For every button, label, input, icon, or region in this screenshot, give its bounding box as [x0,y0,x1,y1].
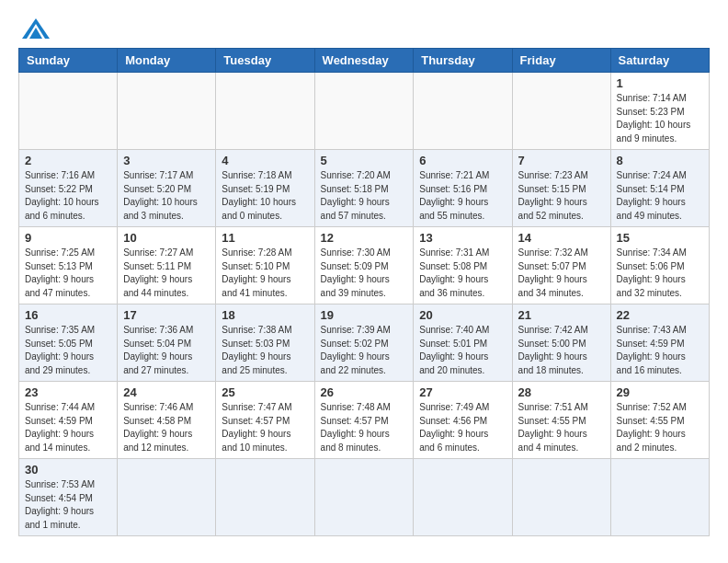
day-number: 13 [419,231,506,245]
day-number: 15 [617,231,703,245]
day-header-monday: Monday [118,49,216,73]
calendar-cell: 11Sunrise: 7:28 AM Sunset: 5:10 PM Dayli… [216,227,314,304]
day-number: 12 [321,231,408,245]
day-info: Sunrise: 7:49 AM Sunset: 4:56 PM Dayligh… [419,401,506,454]
calendar-cell: 13Sunrise: 7:31 AM Sunset: 5:08 PM Dayli… [414,227,512,304]
calendar-cell: 8Sunrise: 7:24 AM Sunset: 5:14 PM Daylig… [610,150,709,227]
day-number: 3 [123,154,210,167]
calendar-cell [216,459,314,536]
day-number: 19 [321,308,408,322]
day-info: Sunrise: 7:21 AM Sunset: 5:16 PM Dayligh… [419,169,506,223]
day-info: Sunrise: 7:44 AM Sunset: 4:59 PM Dayligh… [25,401,111,454]
page-header [18,18,710,39]
day-number: 9 [25,231,111,245]
week-row-1: 1Sunrise: 7:14 AM Sunset: 5:23 PM Daylig… [19,73,710,150]
day-number: 21 [518,308,605,322]
calendar-cell [512,459,610,536]
calendar-cell: 15Sunrise: 7:34 AM Sunset: 5:06 PM Dayli… [610,227,709,304]
calendar-cell: 25Sunrise: 7:47 AM Sunset: 4:57 PM Dayli… [216,382,314,459]
day-number: 8 [617,154,703,167]
day-info: Sunrise: 7:43 AM Sunset: 4:59 PM Dayligh… [617,324,703,377]
calendar-cell: 10Sunrise: 7:27 AM Sunset: 5:11 PM Dayli… [118,227,216,304]
day-number: 11 [222,231,308,245]
day-info: Sunrise: 7:34 AM Sunset: 5:06 PM Dayligh… [617,247,703,300]
calendar-cell [414,73,512,150]
day-header-thursday: Thursday [414,49,512,73]
calendar-cell: 16Sunrise: 7:35 AM Sunset: 5:05 PM Dayli… [19,304,118,382]
days-header-row: SundayMondayTuesdayWednesdayThursdayFrid… [19,49,710,73]
day-info: Sunrise: 7:51 AM Sunset: 4:55 PM Dayligh… [518,401,605,454]
day-info: Sunrise: 7:39 AM Sunset: 5:02 PM Dayligh… [321,324,408,377]
day-number: 25 [222,385,308,399]
calendar-cell: 18Sunrise: 7:38 AM Sunset: 5:03 PM Dayli… [216,304,314,382]
week-row-3: 9Sunrise: 7:25 AM Sunset: 5:13 PM Daylig… [19,227,710,304]
calendar-cell: 9Sunrise: 7:25 AM Sunset: 5:13 PM Daylig… [19,227,118,304]
day-info: Sunrise: 7:23 AM Sunset: 5:15 PM Dayligh… [518,169,605,223]
day-header-saturday: Saturday [610,49,709,73]
day-number: 23 [25,385,111,399]
calendar-cell [118,459,216,536]
calendar-cell [610,459,709,536]
calendar-cell: 22Sunrise: 7:43 AM Sunset: 4:59 PM Dayli… [610,304,709,382]
day-header-wednesday: Wednesday [314,49,414,73]
logo-icon [22,18,50,39]
calendar-cell: 7Sunrise: 7:23 AM Sunset: 5:15 PM Daylig… [512,150,610,227]
day-info: Sunrise: 7:25 AM Sunset: 5:13 PM Dayligh… [25,247,111,300]
calendar-cell [118,73,216,150]
calendar-body: 1Sunrise: 7:14 AM Sunset: 5:23 PM Daylig… [19,73,710,536]
calendar-cell: 23Sunrise: 7:44 AM Sunset: 4:59 PM Dayli… [19,382,118,459]
day-number: 29 [617,385,703,399]
day-number: 1 [617,76,703,90]
day-number: 14 [518,231,605,245]
calendar-cell [19,73,118,150]
day-info: Sunrise: 7:31 AM Sunset: 5:08 PM Dayligh… [419,247,506,300]
calendar-cell: 2Sunrise: 7:16 AM Sunset: 5:22 PM Daylig… [19,150,118,227]
day-number: 2 [25,154,111,167]
calendar-cell: 19Sunrise: 7:39 AM Sunset: 5:02 PM Dayli… [314,304,414,382]
calendar-cell: 5Sunrise: 7:20 AM Sunset: 5:18 PM Daylig… [314,150,414,227]
calendar-cell: 30Sunrise: 7:53 AM Sunset: 4:54 PM Dayli… [19,459,118,536]
calendar-cell: 24Sunrise: 7:46 AM Sunset: 4:58 PM Dayli… [118,382,216,459]
day-info: Sunrise: 7:30 AM Sunset: 5:09 PM Dayligh… [321,247,408,300]
calendar-cell: 14Sunrise: 7:32 AM Sunset: 5:07 PM Dayli… [512,227,610,304]
week-row-4: 16Sunrise: 7:35 AM Sunset: 5:05 PM Dayli… [19,304,710,382]
day-number: 17 [123,308,210,322]
day-info: Sunrise: 7:20 AM Sunset: 5:18 PM Dayligh… [321,169,408,223]
day-number: 4 [222,154,308,167]
day-info: Sunrise: 7:42 AM Sunset: 5:00 PM Dayligh… [518,324,605,377]
day-header-sunday: Sunday [19,49,118,73]
calendar-cell: 6Sunrise: 7:21 AM Sunset: 5:16 PM Daylig… [414,150,512,227]
day-number: 24 [123,385,210,399]
day-header-friday: Friday [512,49,610,73]
calendar-cell [216,73,314,150]
day-header-tuesday: Tuesday [216,49,314,73]
calendar-cell: 29Sunrise: 7:52 AM Sunset: 4:55 PM Dayli… [610,382,709,459]
day-number: 6 [419,154,506,167]
calendar-cell: 12Sunrise: 7:30 AM Sunset: 5:09 PM Dayli… [314,227,414,304]
day-info: Sunrise: 7:48 AM Sunset: 4:57 PM Dayligh… [321,401,408,454]
day-info: Sunrise: 7:40 AM Sunset: 5:01 PM Dayligh… [419,324,506,377]
calendar-cell: 26Sunrise: 7:48 AM Sunset: 4:57 PM Dayli… [314,382,414,459]
day-info: Sunrise: 7:36 AM Sunset: 5:04 PM Dayligh… [123,324,210,377]
day-info: Sunrise: 7:53 AM Sunset: 4:54 PM Dayligh… [25,478,111,532]
day-number: 28 [518,385,605,399]
day-number: 10 [123,231,210,245]
week-row-6: 30Sunrise: 7:53 AM Sunset: 4:54 PM Dayli… [19,459,710,536]
day-info: Sunrise: 7:47 AM Sunset: 4:57 PM Dayligh… [222,401,308,454]
day-number: 30 [25,463,111,477]
day-number: 7 [518,154,605,167]
calendar-cell: 20Sunrise: 7:40 AM Sunset: 5:01 PM Dayli… [414,304,512,382]
day-info: Sunrise: 7:52 AM Sunset: 4:55 PM Dayligh… [617,401,703,454]
calendar-cell: 28Sunrise: 7:51 AM Sunset: 4:55 PM Dayli… [512,382,610,459]
day-info: Sunrise: 7:18 AM Sunset: 5:19 PM Dayligh… [222,169,308,223]
logo [18,18,50,39]
week-row-5: 23Sunrise: 7:44 AM Sunset: 4:59 PM Dayli… [19,382,710,459]
calendar-cell: 21Sunrise: 7:42 AM Sunset: 5:00 PM Dayli… [512,304,610,382]
day-info: Sunrise: 7:35 AM Sunset: 5:05 PM Dayligh… [25,324,111,377]
day-number: 26 [321,385,408,399]
day-number: 20 [419,308,506,322]
calendar-header: SundayMondayTuesdayWednesdayThursdayFrid… [19,49,710,73]
day-info: Sunrise: 7:14 AM Sunset: 5:23 PM Dayligh… [617,92,703,145]
day-number: 5 [321,154,408,167]
day-info: Sunrise: 7:27 AM Sunset: 5:11 PM Dayligh… [123,247,210,300]
